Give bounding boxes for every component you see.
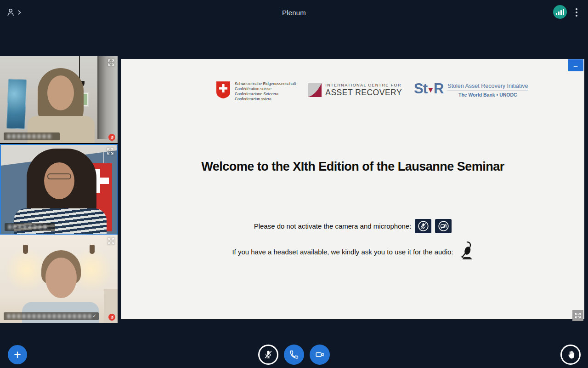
signal-bars-icon — [556, 13, 557, 15]
slide-title: Welcome to the XIth Edition of the Lausa… — [121, 160, 584, 174]
phone-icon — [289, 350, 299, 360]
hangup-phone-button[interactable] — [284, 345, 304, 365]
top-bar: Plenum — [0, 0, 588, 25]
swiss-confederation-logo: Schweizerische Eidgenossenschaft Confédé… — [216, 81, 296, 102]
mic-muted-badge — [108, 134, 115, 141]
icar-mark-icon — [308, 83, 322, 97]
logo-row: Schweizerische Eidgenossenschaft Confédé… — [216, 81, 528, 102]
video-camera-icon — [315, 350, 325, 360]
participant-video-1[interactable] — [0, 56, 118, 143]
mic-off-icon — [110, 315, 114, 320]
raise-hand-button[interactable] — [560, 345, 581, 365]
mic-muted-badge — [108, 314, 115, 321]
swiss-shield-icon — [216, 81, 231, 99]
swiss-line: Confédération suisse — [235, 86, 296, 92]
microphone-toggle-button[interactable] — [258, 345, 278, 365]
camera-toggle-button[interactable] — [310, 345, 330, 365]
icar-line2: ASSET RECOVERY — [325, 88, 402, 98]
star-logo: St▼R Stolen Asset Recovery Initiative Th… — [414, 82, 528, 98]
fullscreen-icon — [574, 312, 582, 319]
call-controls — [258, 345, 330, 365]
mic-off-icon — [110, 135, 114, 140]
fullscreen-icon[interactable] — [106, 147, 114, 155]
expand-presentation-button[interactable] — [572, 310, 583, 321]
fullscreen-icon[interactable] — [107, 237, 115, 245]
fullscreen-icon[interactable] — [107, 58, 115, 67]
participant-name-label — [5, 223, 55, 231]
kebab-dot — [576, 8, 577, 10]
icar-logo: INTERNATIONAL CENTRE FOR ASSET RECOVERY — [308, 83, 402, 98]
instruction-headset: If you have a headset available, we kind… — [121, 242, 584, 261]
participant-video-3[interactable]: ✓ — [0, 235, 118, 323]
star-triangle-icon: ▼ — [427, 83, 434, 97]
room-title: Plenum — [0, 0, 588, 25]
camera-off-tile — [435, 219, 452, 233]
headset-icon — [458, 241, 474, 260]
participant-name-label — [4, 132, 60, 140]
star-line1: Stolen Asset Recovery Initiative — [447, 83, 528, 91]
mic-off-tile — [415, 219, 431, 233]
swiss-line: Confederaziun svizra — [235, 97, 296, 102]
participant-2-video-feed — [1, 145, 117, 234]
add-button[interactable]: + — [8, 345, 27, 364]
more-options-button[interactable] — [573, 6, 580, 18]
hand-icon — [566, 350, 576, 360]
instruction-av: Please do not activate the camera and mi… — [121, 218, 584, 234]
minimize-presentation-button[interactable]: – — [568, 59, 583, 71]
connection-stats-button[interactable] — [553, 5, 567, 19]
star-line2: The World Bank • UNODC — [447, 91, 528, 98]
participant-3-video-feed — [0, 235, 118, 323]
shared-presentation: – Schweizerische Eidgenossenschaft Confé… — [121, 59, 584, 319]
participant-video-2[interactable] — [0, 144, 118, 235]
star-wordmark: St▼R — [414, 82, 443, 97]
icar-line1: INTERNATIONAL CENTRE FOR — [325, 83, 402, 87]
participant-1-video-feed — [0, 56, 118, 143]
swiss-line: Schweizerische Eidgenossenschaft — [235, 81, 296, 86]
mic-off-icon — [418, 220, 429, 232]
camera-off-icon — [438, 220, 449, 232]
participant-name-label: ✓ — [4, 312, 99, 320]
swiss-line: Confederazione Svizzera — [235, 92, 296, 97]
check-icon: ✓ — [93, 313, 96, 318]
mic-off-icon — [263, 349, 274, 360]
